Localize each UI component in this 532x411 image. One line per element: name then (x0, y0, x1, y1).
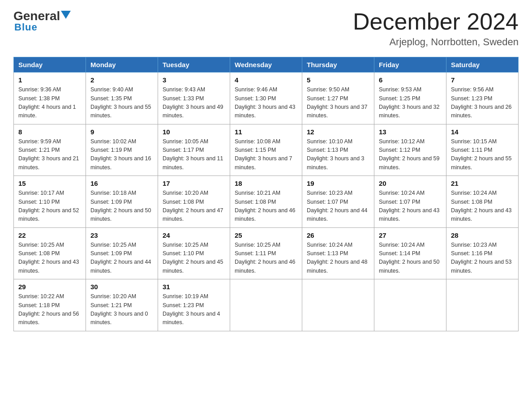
day-number: 6 (379, 76, 442, 84)
day-number: 28 (451, 231, 514, 239)
calendar-cell: 19Sunrise: 10:23 AMSunset: 1:07 PMDaylig… (302, 176, 374, 228)
calendar-cell: 14Sunrise: 10:15 AMSunset: 1:11 PMDaylig… (446, 124, 519, 176)
logo: General Blue (13, 9, 71, 33)
day-number: 22 (18, 231, 81, 239)
calendar-cell: 25Sunrise: 10:25 AMSunset: 1:11 PMDaylig… (230, 227, 302, 279)
calendar-cell: 7Sunrise: 9:56 AMSunset: 1:23 PMDaylight… (446, 73, 519, 124)
calendar-cell: 5Sunrise: 9:50 AMSunset: 1:27 PMDaylight… (302, 73, 374, 124)
calendar-cell (302, 279, 374, 331)
day-info: Sunrise: 10:24 AMSunset: 1:14 PMDaylight… (379, 241, 442, 276)
calendar-cell: 21Sunrise: 10:24 AMSunset: 1:08 PMDaylig… (446, 176, 519, 228)
day-number: 21 (451, 180, 514, 187)
calendar-cell: 17Sunrise: 10:20 AMSunset: 1:08 PMDaylig… (158, 176, 230, 228)
day-info: Sunrise: 10:23 AMSunset: 1:16 PMDaylight… (451, 241, 514, 276)
col-thursday: Thursday (302, 57, 374, 73)
col-sunday: Sunday (14, 57, 86, 73)
day-info: Sunrise: 10:25 AMSunset: 1:08 PMDaylight… (18, 241, 81, 276)
day-info: Sunrise: 10:24 AMSunset: 1:08 PMDaylight… (451, 189, 514, 224)
col-wednesday: Wednesday (230, 57, 302, 73)
day-info: Sunrise: 10:21 AMSunset: 1:08 PMDaylight… (235, 189, 297, 224)
day-number: 8 (18, 128, 81, 136)
day-info: Sunrise: 10:10 AMSunset: 1:13 PMDaylight… (307, 137, 369, 172)
day-number: 9 (90, 128, 153, 136)
day-info: Sunrise: 9:36 AMSunset: 1:38 PMDaylight:… (18, 86, 81, 120)
day-number: 15 (18, 180, 81, 187)
col-saturday: Saturday (446, 57, 519, 73)
day-number: 12 (307, 128, 369, 136)
calendar-cell: 23Sunrise: 10:25 AMSunset: 1:09 PMDaylig… (86, 227, 158, 279)
day-number: 31 (163, 283, 225, 291)
day-number: 14 (451, 128, 514, 136)
col-friday: Friday (374, 57, 446, 73)
day-info: Sunrise: 10:24 AMSunset: 1:13 PMDaylight… (307, 241, 369, 276)
month-title: December 2024 (353, 9, 519, 34)
calendar-cell: 9Sunrise: 10:02 AMSunset: 1:19 PMDayligh… (86, 124, 158, 176)
day-number: 19 (307, 180, 369, 187)
calendar-cell: 2Sunrise: 9:40 AMSunset: 1:35 PMDaylight… (86, 73, 158, 124)
day-info: Sunrise: 10:22 AMSunset: 1:18 PMDaylight… (18, 292, 81, 327)
day-info: Sunrise: 10:02 AMSunset: 1:19 PMDaylight… (90, 137, 153, 172)
calendar-cell: 15Sunrise: 10:17 AMSunset: 1:10 PMDaylig… (14, 176, 86, 228)
day-number: 30 (90, 283, 153, 291)
day-info: Sunrise: 9:59 AMSunset: 1:21 PMDaylight:… (18, 137, 81, 172)
calendar-cell: 3Sunrise: 9:43 AMSunset: 1:33 PMDaylight… (158, 73, 230, 124)
day-info: Sunrise: 10:08 AMSunset: 1:15 PMDaylight… (235, 137, 297, 172)
calendar-cell: 27Sunrise: 10:24 AMSunset: 1:14 PMDaylig… (374, 227, 446, 279)
day-info: Sunrise: 10:25 AMSunset: 1:10 PMDaylight… (163, 241, 225, 276)
calendar-cell: 16Sunrise: 10:18 AMSunset: 1:09 PMDaylig… (86, 176, 158, 228)
day-number: 16 (90, 180, 153, 187)
day-info: Sunrise: 10:25 AMSunset: 1:09 PMDaylight… (90, 241, 153, 276)
day-number: 2 (90, 76, 153, 84)
day-number: 11 (235, 128, 297, 136)
logo-arrow-icon (61, 11, 71, 19)
day-number: 5 (307, 76, 369, 84)
location-text: Arjeplog, Norrbotten, Sweden (353, 36, 519, 48)
day-number: 29 (18, 283, 81, 291)
calendar-week-5: 29Sunrise: 10:22 AMSunset: 1:18 PMDaylig… (14, 279, 519, 331)
day-number: 25 (235, 231, 297, 239)
day-info: Sunrise: 10:18 AMSunset: 1:09 PMDaylight… (90, 189, 153, 224)
day-info: Sunrise: 9:46 AMSunset: 1:30 PMDaylight:… (235, 86, 297, 120)
calendar-cell: 4Sunrise: 9:46 AMSunset: 1:30 PMDaylight… (230, 73, 302, 124)
day-info: Sunrise: 10:23 AMSunset: 1:07 PMDaylight… (307, 189, 369, 224)
calendar-cell (374, 279, 446, 331)
day-info: Sunrise: 10:20 AMSunset: 1:08 PMDaylight… (163, 189, 225, 224)
calendar-cell: 24Sunrise: 10:25 AMSunset: 1:10 PMDaylig… (158, 227, 230, 279)
day-info: Sunrise: 9:40 AMSunset: 1:35 PMDaylight:… (90, 86, 153, 120)
calendar-header-row: Sunday Monday Tuesday Wednesday Thursday… (14, 57, 519, 73)
col-tuesday: Tuesday (158, 57, 230, 73)
day-info: Sunrise: 10:19 AMSunset: 1:23 PMDaylight… (163, 292, 225, 327)
day-number: 18 (235, 180, 297, 187)
calendar-table: Sunday Monday Tuesday Wednesday Thursday… (13, 57, 519, 331)
calendar-cell: 22Sunrise: 10:25 AMSunset: 1:08 PMDaylig… (14, 227, 86, 279)
calendar-cell: 11Sunrise: 10:08 AMSunset: 1:15 PMDaylig… (230, 124, 302, 176)
day-info: Sunrise: 9:43 AMSunset: 1:33 PMDaylight:… (163, 86, 225, 120)
svg-marker-0 (61, 11, 71, 19)
day-info: Sunrise: 10:15 AMSunset: 1:11 PMDaylight… (451, 137, 514, 172)
day-number: 10 (163, 128, 225, 136)
day-number: 7 (451, 76, 514, 84)
day-info: Sunrise: 10:24 AMSunset: 1:07 PMDaylight… (379, 189, 442, 224)
calendar-cell: 13Sunrise: 10:12 AMSunset: 1:12 PMDaylig… (374, 124, 446, 176)
day-info: Sunrise: 9:50 AMSunset: 1:27 PMDaylight:… (307, 86, 369, 120)
day-info: Sunrise: 10:12 AMSunset: 1:12 PMDaylight… (379, 137, 442, 172)
calendar-week-3: 15Sunrise: 10:17 AMSunset: 1:10 PMDaylig… (14, 176, 519, 228)
day-info: Sunrise: 9:56 AMSunset: 1:23 PMDaylight:… (451, 86, 514, 120)
day-number: 13 (379, 128, 442, 136)
logo-blue-text: Blue (14, 21, 38, 33)
calendar-cell: 28Sunrise: 10:23 AMSunset: 1:16 PMDaylig… (446, 227, 519, 279)
calendar-cell: 12Sunrise: 10:10 AMSunset: 1:13 PMDaylig… (302, 124, 374, 176)
day-number: 17 (163, 180, 225, 187)
calendar-cell: 10Sunrise: 10:05 AMSunset: 1:17 PMDaylig… (158, 124, 230, 176)
calendar-cell: 30Sunrise: 10:20 AMSunset: 1:21 PMDaylig… (86, 279, 158, 331)
title-section: December 2024 Arjeplog, Norrbotten, Swed… (353, 9, 519, 48)
calendar-week-1: 1Sunrise: 9:36 AMSunset: 1:38 PMDaylight… (14, 73, 519, 124)
calendar-cell: 31Sunrise: 10:19 AMSunset: 1:23 PMDaylig… (158, 279, 230, 331)
calendar-cell (446, 279, 519, 331)
day-info: Sunrise: 10:20 AMSunset: 1:21 PMDaylight… (90, 292, 153, 327)
day-number: 3 (163, 76, 225, 84)
day-number: 4 (235, 76, 297, 84)
day-number: 24 (163, 231, 225, 239)
calendar-cell: 26Sunrise: 10:24 AMSunset: 1:13 PMDaylig… (302, 227, 374, 279)
calendar-cell: 8Sunrise: 9:59 AMSunset: 1:21 PMDaylight… (14, 124, 86, 176)
